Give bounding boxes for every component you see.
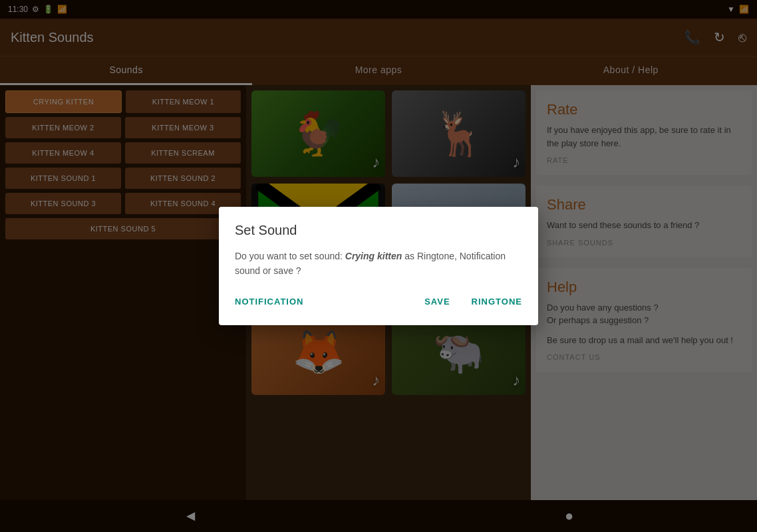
dialog-message-prefix: Do you want to set sound: [235, 251, 343, 261]
dialog-message: Do you want to set sound: Crying kitten … [235, 249, 522, 279]
dialog-title: Set Sound [235, 223, 522, 238]
dialog-overlay: Set Sound Do you want to set sound: Cryi… [0, 0, 757, 532]
dialog: Set Sound Do you want to set sound: Cryi… [219, 207, 538, 326]
save-button[interactable]: SAVE [424, 294, 450, 309]
dialog-sound-name: Crying kitten [345, 251, 402, 261]
ringtone-button[interactable]: RINGTONE [472, 294, 522, 309]
notification-button[interactable]: NOTIFICATION [235, 294, 303, 309]
dialog-actions: NOTIFICATION SAVE RINGTONE [235, 294, 522, 309]
